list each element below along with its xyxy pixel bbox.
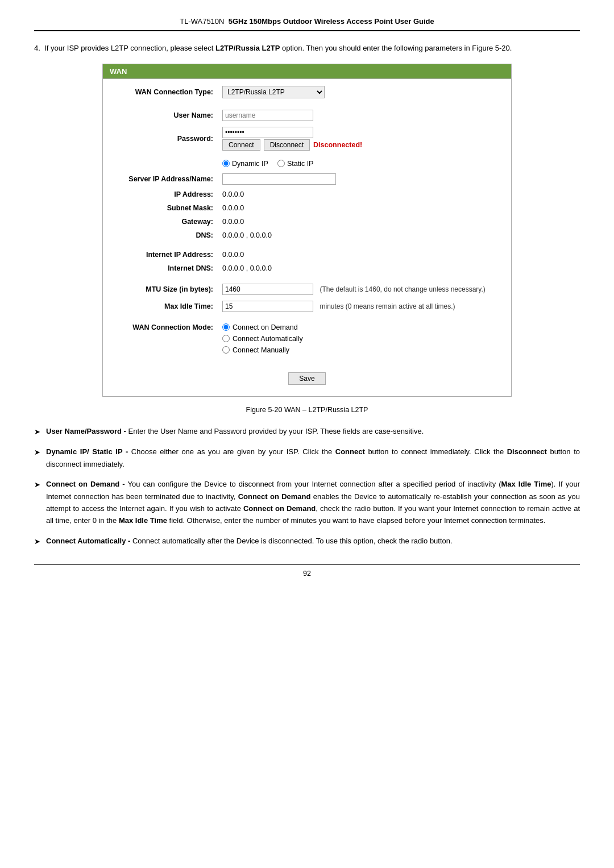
bullet-content-1: User Name/Password - Enter the User Name… bbox=[46, 425, 580, 438]
mtu-input[interactable] bbox=[222, 284, 313, 295]
wan-connection-mode-row: WAN Connection Mode: Connect on Demand C… bbox=[103, 323, 511, 354]
subnet-mask-label: Subnet Mask: bbox=[109, 204, 222, 212]
internet-dns-value: 0.0.0.0 , 0.0.0.0 bbox=[222, 264, 505, 272]
server-ip-label: Server IP Address/Name: bbox=[109, 175, 222, 183]
password-input[interactable] bbox=[222, 127, 313, 138]
bullet1-text: Enter the User Name and Password provide… bbox=[126, 427, 424, 435]
bullet3-mid3: Connect on Demand bbox=[243, 504, 316, 513]
internet-ip-value: 0.0.0.0 bbox=[222, 251, 505, 259]
user-name-label: User Name: bbox=[109, 111, 222, 119]
gateway-value: 0.0.0.0 bbox=[222, 218, 505, 226]
bullet-item-4: ➤ Connect Automatically - Connect automa… bbox=[34, 535, 580, 547]
ip-type-row: Dynamic IP Static IP bbox=[103, 156, 511, 168]
wan-connection-type-label: WAN Connection Type: bbox=[109, 88, 222, 96]
bullet2-disconnect: Disconnect bbox=[507, 447, 547, 456]
bullet-item-3: ➤ Connect on Demand - You can configure … bbox=[34, 478, 580, 527]
dynamic-ip-radio[interactable] bbox=[222, 160, 230, 167]
disconnect-button[interactable]: Disconnect bbox=[264, 139, 310, 151]
gateway-row: Gateway: 0.0.0.0 bbox=[103, 218, 511, 226]
static-ip-text: Static IP bbox=[287, 160, 314, 168]
internet-dns-row: Internet DNS: 0.0.0.0 , 0.0.0.0 bbox=[103, 264, 511, 272]
mode-option1-radio[interactable] bbox=[222, 323, 230, 331]
subnet-mask-value: 0.0.0.0 bbox=[222, 204, 505, 212]
static-ip-radio[interactable] bbox=[277, 160, 285, 167]
mode-option2-radio[interactable] bbox=[222, 335, 230, 342]
wan-header: WAN bbox=[103, 64, 511, 78]
mode-option3-radio[interactable] bbox=[222, 346, 230, 354]
server-ip-row: Server IP Address/Name: bbox=[103, 173, 511, 185]
page-header: TL-WA7510N 5GHz 150Mbps Outdoor Wireless… bbox=[34, 17, 580, 31]
save-button[interactable]: Save bbox=[288, 372, 325, 385]
bullet4-bold: Connect Automatically - bbox=[46, 537, 130, 545]
mode-option2-label[interactable]: Connect Automatically bbox=[222, 335, 505, 343]
mode-option1-label[interactable]: Connect on Demand bbox=[222, 323, 505, 331]
mode-option3-label[interactable]: Connect Manually bbox=[222, 346, 505, 354]
mode-radio-group: Connect on Demand Connect Automatically … bbox=[222, 323, 505, 354]
max-idle-input[interactable] bbox=[222, 301, 313, 312]
wan-connection-mode-options: Connect on Demand Connect Automatically … bbox=[222, 323, 505, 354]
wan-configuration-box: WAN WAN Connection Type: L2TP/Russia L2T… bbox=[102, 64, 512, 397]
bullet3-text1: You can configure the Device to disconne… bbox=[125, 480, 501, 488]
connect-button[interactable]: Connect bbox=[222, 139, 260, 151]
page-footer: 92 bbox=[34, 564, 580, 578]
bullet-arrow-3: ➤ bbox=[34, 479, 40, 527]
user-name-value bbox=[222, 110, 505, 121]
bullet-content-3: Connect on Demand - You can configure th… bbox=[46, 478, 580, 527]
dns-label: DNS: bbox=[109, 231, 222, 239]
ip-type-options: Dynamic IP Static IP bbox=[222, 156, 505, 168]
password-value: Connect Disconnect Disconnected! bbox=[222, 127, 505, 151]
dynamic-ip-text: Dynamic IP bbox=[232, 160, 268, 168]
user-name-row: User Name: bbox=[103, 110, 511, 121]
internet-dns-label: Internet DNS: bbox=[109, 264, 222, 272]
intro-text-before: If your ISP provides L2TP connection, pl… bbox=[44, 44, 215, 52]
bullet3-bold: Connect on Demand - bbox=[46, 480, 125, 488]
mtu-input-wrap: (The default is 1460, do not change unle… bbox=[222, 284, 505, 295]
bullet-item-2: ➤ Dynamic IP/ Static IP - Choose either … bbox=[34, 446, 580, 470]
max-idle-label: Max Idle Time: bbox=[109, 302, 222, 310]
mode-option2-text: Connect Automatically bbox=[233, 335, 303, 343]
bullet-item-1: ➤ User Name/Password - Enter the User Na… bbox=[34, 425, 580, 438]
max-idle-hint: minutes (0 means remain active at all ti… bbox=[320, 302, 455, 310]
figure-caption: Figure 5-20 WAN – L2TP/Russia L2TP bbox=[34, 406, 580, 414]
mtu-label: MTU Size (in bytes): bbox=[109, 285, 222, 293]
bullet3-text5: field. Otherwise, enter the number of mi… bbox=[167, 516, 546, 525]
mode-option3-text: Connect Manually bbox=[233, 346, 289, 354]
bullet3-mid1: Max Idle Time bbox=[501, 480, 551, 488]
ip-radio-row: Dynamic IP Static IP bbox=[222, 160, 505, 168]
static-ip-label[interactable]: Static IP bbox=[277, 160, 314, 168]
intro-text-after: option. Then you should enter the follow… bbox=[280, 44, 512, 52]
bullet-arrow-2: ➤ bbox=[34, 446, 40, 470]
user-name-input[interactable] bbox=[222, 110, 313, 121]
list-num: 4. bbox=[34, 44, 40, 52]
mtu-hint: (The default is 1460, do not change unle… bbox=[320, 285, 485, 293]
bullet-list: ➤ User Name/Password - Enter the User Na… bbox=[34, 425, 580, 548]
intro-bold-option: L2TP/Russia L2TP bbox=[215, 44, 280, 52]
page-title: 5GHz 150Mbps Outdoor Wireless Access Poi… bbox=[229, 17, 434, 26]
connect-disconnect-row: Connect Disconnect Disconnected! bbox=[222, 139, 505, 151]
server-ip-input[interactable] bbox=[222, 173, 336, 185]
wan-connection-mode-label: WAN Connection Mode: bbox=[109, 323, 222, 331]
dns-row: DNS: 0.0.0.0 , 0.0.0.0 bbox=[103, 231, 511, 239]
bullet3-mid2: Connect on Demand bbox=[238, 492, 311, 501]
dns-value: 0.0.0.0 , 0.0.0.0 bbox=[222, 231, 505, 239]
server-ip-input-wrap bbox=[222, 173, 505, 185]
wan-connection-type-row: WAN Connection Type: L2TP/Russia L2TP bbox=[103, 86, 511, 98]
bullet4-text: Connect automatically after the Device i… bbox=[130, 537, 452, 545]
gateway-label: Gateway: bbox=[109, 218, 222, 226]
mode-option1-text: Connect on Demand bbox=[233, 323, 298, 331]
bullet3-mid4: Max Idle Time bbox=[119, 516, 167, 525]
save-row: Save bbox=[103, 366, 511, 389]
bullet-content-4: Connect Automatically - Connect automati… bbox=[46, 535, 580, 547]
wan-connection-type-select[interactable]: L2TP/Russia L2TP bbox=[222, 86, 325, 98]
disconnected-status: Disconnected! bbox=[313, 141, 362, 149]
ip-address-label: IP Address: bbox=[109, 190, 222, 198]
mtu-row: MTU Size (in bytes): (The default is 146… bbox=[103, 284, 511, 295]
internet-ip-row: Internet IP Address: 0.0.0.0 bbox=[103, 251, 511, 259]
bullet2-text2: button to connect immediately. Click the bbox=[365, 447, 507, 456]
bullet2-connect: Connect bbox=[335, 447, 365, 456]
dynamic-ip-label[interactable]: Dynamic IP bbox=[222, 160, 268, 168]
internet-ip-label: Internet IP Address: bbox=[109, 251, 222, 259]
bullet-arrow-1: ➤ bbox=[34, 426, 40, 438]
max-idle-row: Max Idle Time: minutes (0 means remain a… bbox=[103, 301, 511, 312]
page-number: 92 bbox=[303, 570, 311, 578]
